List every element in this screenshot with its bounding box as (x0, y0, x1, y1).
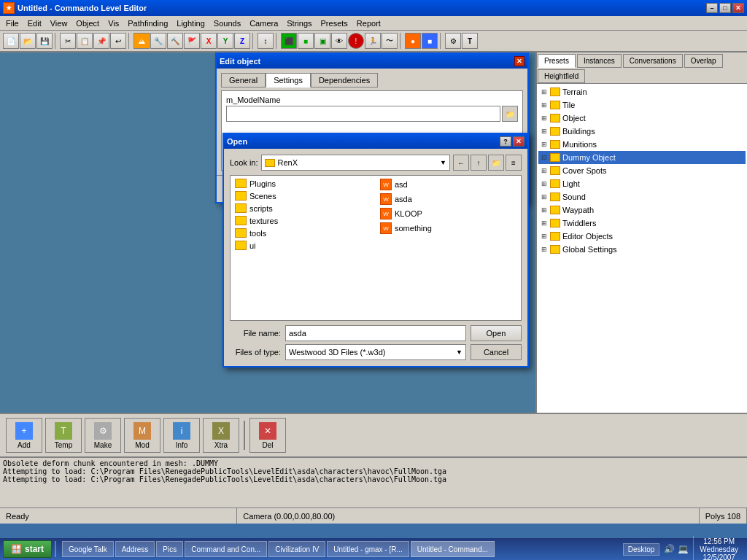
menu-vis[interactable]: Vis (104, 18, 123, 29)
file-item-ui[interactable]: ui (232, 239, 374, 252)
tb-paste[interactable]: 📌 (93, 33, 109, 49)
tab-general[interactable]: General (221, 73, 266, 88)
tb-green3[interactable]: ▣ (314, 33, 330, 49)
menu-camera[interactable]: Camera (245, 18, 282, 29)
tree-item-buildings[interactable]: ⊞ Buildings (538, 125, 746, 138)
file-item-kloop[interactable]: W KLOOP (377, 206, 519, 221)
taskbar-item-address[interactable]: Address (115, 541, 155, 557)
file-item-textures[interactable]: textures (232, 214, 374, 227)
file-item-tools[interactable]: tools (232, 227, 374, 239)
tree-item-dummy[interactable]: ⊟ Dummy Object (538, 151, 746, 164)
bt-make[interactable]: ⚙ Make (85, 418, 121, 453)
edit-dialog-close[interactable]: ✕ (514, 56, 525, 66)
look-in-back[interactable]: ← (453, 155, 469, 171)
bt-temp[interactable]: T Temp (45, 418, 82, 453)
tb-wave[interactable]: 〜 (382, 33, 398, 49)
menu-file[interactable]: File (1, 18, 23, 29)
tab-heightfield[interactable]: Heightfield (538, 69, 585, 83)
cancel-btn[interactable]: Cancel (471, 344, 522, 360)
tb-path[interactable]: 🏃 (365, 33, 381, 49)
tree-item-light[interactable]: ⊞ Light (538, 177, 746, 190)
file-item-plugins[interactable]: Plugins (232, 177, 374, 190)
look-in-newfolder[interactable]: 📁 (488, 155, 504, 171)
tb-copy[interactable]: 📋 (77, 33, 93, 49)
bt-xtra[interactable]: X Xtra (203, 418, 239, 453)
filetype-dropdown[interactable]: Westwood 3D Files (*.w3d) ▼ (285, 344, 466, 360)
tree-item-coverspots[interactable]: ⊞ Cover Spots (538, 164, 746, 177)
menu-strings[interactable]: Strings (282, 18, 316, 29)
tb-cut[interactable]: ✂ (60, 33, 76, 49)
start-button[interactable]: 🪟 start (3, 540, 52, 558)
tree-item-globalsettings[interactable]: ⊞ Global Settings (538, 243, 746, 256)
tb-open[interactable]: 📂 (20, 33, 36, 49)
maximize-button[interactable]: □ (719, 3, 731, 13)
tb-tool3[interactable]: 🚩 (184, 33, 200, 49)
look-in-view[interactable]: ≡ (506, 155, 522, 171)
tree-item-editorobjects[interactable]: ⊞ Editor Objects (538, 230, 746, 243)
tb-save[interactable]: 💾 (36, 33, 53, 49)
tb-undo[interactable]: ↩ (110, 33, 126, 49)
taskbar-item-commando[interactable]: Untitled - Command... (411, 541, 495, 557)
bt-info[interactable]: i Info (163, 418, 200, 453)
tab-dependencies[interactable]: Dependencies (311, 73, 378, 88)
menu-view[interactable]: View (46, 18, 72, 29)
file-item-asda[interactable]: W asda (377, 192, 519, 206)
tree-item-object[interactable]: ⊞ Object (538, 112, 746, 125)
tab-settings[interactable]: Settings (266, 73, 311, 88)
menu-object[interactable]: Object (71, 18, 104, 29)
bt-del[interactable]: ✕ Del (249, 418, 286, 453)
tb-tool1[interactable]: 🔧 (150, 33, 166, 49)
tree-item-twiddlers[interactable]: ⊞ Twiddlers (538, 217, 746, 230)
tree-item-munitions[interactable]: ⊞ Munitions (538, 138, 746, 151)
tb-text[interactable]: T (462, 33, 478, 49)
taskbar-clock[interactable]: 12:56 PM Wednesday 12/5/2007 (693, 536, 744, 561)
look-in-up[interactable]: ↑ (471, 155, 487, 171)
menu-presets[interactable]: Presets (317, 18, 352, 29)
open-dialog-close[interactable]: ✕ (513, 136, 525, 147)
bt-add[interactable]: + Add (6, 418, 42, 453)
file-list[interactable]: Plugins Scenes scripts textures (230, 175, 522, 321)
open-dialog-help[interactable]: ? (500, 136, 511, 147)
desktop-button[interactable]: Desktop (623, 543, 660, 556)
field-browse-btn[interactable]: 📁 (502, 106, 518, 122)
tab-instances[interactable]: Instances (577, 54, 622, 68)
menu-sounds[interactable]: Sounds (209, 18, 245, 29)
minimize-button[interactable]: – (706, 3, 718, 13)
menu-edit[interactable]: Edit (23, 18, 46, 29)
taskbar-item-commandcon[interactable]: Command and Con... (185, 541, 267, 557)
tb-color2[interactable]: ■ (422, 33, 438, 49)
tree-container[interactable]: ⊞ Terrain ⊞ Tile ⊞ Object ⊞ Buildings ⊞ (537, 84, 747, 413)
field-input-modelname[interactable] (226, 106, 500, 122)
bt-mod[interactable]: M Mod (124, 418, 160, 453)
tree-item-tile[interactable]: ⊞ Tile (538, 98, 746, 112)
tb-green1[interactable]: ⬛ (281, 33, 297, 49)
filename-input[interactable] (285, 325, 466, 341)
taskbar-item-gmax[interactable]: Untitled - gmax - [R... (327, 541, 409, 557)
menu-pathfinding[interactable]: Pathfinding (123, 18, 172, 29)
file-item-scripts[interactable]: scripts (232, 202, 374, 214)
tab-overlap[interactable]: Overlap (684, 54, 723, 68)
menu-report[interactable]: Report (352, 18, 385, 29)
tb-z[interactable]: Z (234, 33, 250, 49)
open-btn[interactable]: Open (471, 325, 522, 341)
tb-terrain[interactable]: ⛰ (133, 33, 150, 49)
tb-run[interactable]: ! (348, 33, 364, 49)
tb-arrow[interactable]: ↕ (258, 33, 274, 49)
file-item-scenes[interactable]: Scenes (232, 190, 374, 202)
tree-item-terrain[interactable]: ⊞ Terrain (538, 85, 746, 98)
look-in-dropdown[interactable]: RenX ▼ (261, 155, 450, 171)
tb-y[interactable]: Y (217, 33, 233, 49)
menu-lighting[interactable]: Lighting (172, 18, 209, 29)
tab-conversations[interactable]: Conversations (623, 54, 683, 68)
file-item-something[interactable]: W something (377, 221, 519, 236)
tb-green2[interactable]: ■ (298, 33, 314, 49)
tb-script[interactable]: ⚙ (445, 33, 461, 49)
taskbar-item-googletalk[interactable]: Google Talk (62, 541, 114, 557)
tab-presets[interactable]: Presets (538, 54, 576, 68)
tb-new[interactable]: 📄 (3, 33, 19, 49)
tb-tool2[interactable]: 🔨 (167, 33, 183, 49)
tb-eye[interactable]: 👁 (331, 33, 347, 49)
taskbar-item-civiv[interactable]: Civilization IV (268, 541, 325, 557)
tb-x[interactable]: X (201, 33, 217, 49)
file-item-asd[interactable]: W asd (377, 177, 519, 192)
